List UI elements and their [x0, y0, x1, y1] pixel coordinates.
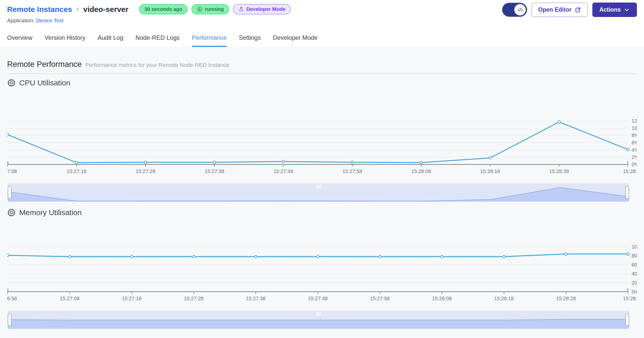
- cpu-chart-title: CPU Utilisation: [19, 79, 70, 87]
- svg-text:40mb: 40mb: [632, 271, 637, 276]
- svg-text:0mb: 0mb: [632, 289, 637, 294]
- memory-chart-title: Memory Utilisation: [19, 208, 82, 217]
- running-label: running: [205, 6, 224, 12]
- last-seen-label: 30 seconds ago: [144, 6, 182, 12]
- developer-mode-badge: Developer Mode: [233, 4, 291, 14]
- svg-text:15:27:38: 15:27:38: [246, 296, 266, 301]
- header-actions: Open Editor Actions: [502, 3, 637, 17]
- svg-text:15:27:58: 15:27:58: [342, 168, 362, 174]
- svg-text:60mb: 60mb: [632, 262, 637, 268]
- section-header: Remote Performance Performance metrics f…: [7, 47, 637, 69]
- cpu-chart-zoom-slider[interactable]: [8, 183, 629, 202]
- application-label: Application:: [7, 17, 35, 23]
- svg-text:12%: 12%: [632, 118, 637, 124]
- application-link[interactable]: Device Test: [36, 17, 63, 23]
- tab-audit-log[interactable]: Audit Log: [97, 34, 123, 47]
- memory-utilisation-chart: 100mb80mb60mb40mb20mb0mb6:5815:27:0815:2…: [7, 217, 637, 303]
- svg-text:15:27:38: 15:27:38: [205, 168, 224, 174]
- page-header: Remote Instances video-server 30 seconds…: [0, 0, 644, 25]
- external-link-icon: [575, 7, 581, 13]
- tab-node-red-logs[interactable]: Node-RED Logs: [135, 34, 180, 47]
- memory-section-heading: Memory Utilisation: [7, 208, 637, 217]
- svg-text:15:27:48: 15:27:48: [274, 168, 293, 174]
- chevron-right-icon: [75, 6, 81, 12]
- tab-settings[interactable]: Settings: [239, 34, 261, 47]
- page-title: Remote Performance: [7, 60, 82, 69]
- open-editor-button[interactable]: Open Editor: [532, 3, 588, 17]
- svg-text:2%: 2%: [632, 154, 637, 160]
- play-circle-icon: [197, 6, 203, 12]
- tab-overview[interactable]: Overview: [7, 34, 32, 47]
- svg-text:4%: 4%: [632, 147, 637, 153]
- developer-mode-label: Developer Mode: [246, 6, 285, 12]
- svg-text:15:27:48: 15:27:48: [308, 296, 328, 301]
- tab-developer-mode[interactable]: Developer Mode: [273, 34, 318, 47]
- performance-panel: Remote Performance Performance metrics f…: [0, 47, 644, 338]
- actions-button[interactable]: Actions: [592, 3, 637, 17]
- open-editor-label: Open Editor: [538, 6, 572, 13]
- svg-text:100mb: 100mb: [632, 244, 637, 250]
- svg-text:15:27:18: 15:27:18: [122, 296, 142, 301]
- svg-text:7:08: 7:08: [7, 168, 17, 174]
- divider: [7, 73, 637, 74]
- instance-name: video-server: [83, 5, 128, 14]
- instance-tabs: OverviewVersion HistoryAudit LogNode-RED…: [0, 25, 644, 47]
- svg-text:15:28:18: 15:28:18: [494, 296, 514, 301]
- svg-text:20mb: 20mb: [632, 280, 637, 286]
- breadcrumb-parent-link[interactable]: Remote Instances: [7, 5, 72, 14]
- status-badges: 30 seconds ago running Developer Mode: [139, 4, 291, 14]
- svg-text:8%: 8%: [632, 133, 637, 138]
- svg-text:15:28:18: 15:28:18: [480, 168, 500, 174]
- tab-version-history[interactable]: Version History: [45, 34, 85, 47]
- page-subtitle: Performance metrics for your Remote Node…: [85, 62, 229, 68]
- svg-text:15:27:18: 15:27:18: [67, 168, 86, 174]
- svg-text:15:28:28: 15:28:28: [549, 168, 569, 174]
- application-row: Application: Device Test: [7, 17, 637, 24]
- svg-text:15:27:28: 15:27:28: [136, 168, 155, 174]
- last-seen-badge: 30 seconds ago: [139, 4, 188, 14]
- svg-text:15:28:08: 15:28:08: [432, 296, 452, 301]
- svg-text:6:58: 6:58: [7, 296, 17, 301]
- svg-text:15:28:38: 15:28:38: [623, 168, 637, 174]
- tab-performance[interactable]: Performance: [192, 34, 227, 47]
- svg-text:0%: 0%: [632, 162, 637, 167]
- actions-label: Actions: [599, 6, 621, 13]
- beaker-icon: [238, 6, 244, 12]
- cpu-utilisation-chart: 12%10%8%6%4%2%0%7:0815:27:1815:27:2815:2…: [7, 87, 637, 176]
- svg-text:10%: 10%: [632, 125, 637, 131]
- svg-text:15:27:58: 15:27:58: [370, 296, 390, 301]
- svg-text:15:27:08: 15:27:08: [60, 296, 80, 301]
- editor-availability-toggle[interactable]: [502, 3, 527, 17]
- cpu-section-heading: CPU Utilisation: [7, 79, 637, 87]
- svg-text:15:28:28: 15:28:28: [556, 296, 576, 301]
- code-icon: [514, 4, 526, 15]
- svg-text:15:28:08: 15:28:08: [411, 168, 431, 174]
- memory-chip-icon: [7, 208, 16, 217]
- svg-text:80mb: 80mb: [632, 253, 637, 258]
- running-badge: running: [191, 4, 229, 14]
- memory-chart-zoom-slider[interactable]: [8, 311, 629, 329]
- svg-text:15:27:28: 15:27:28: [184, 296, 204, 301]
- svg-text:15:28:38: 15:28:38: [623, 296, 637, 301]
- svg-text:6%: 6%: [632, 140, 637, 145]
- chevron-down-icon: [624, 7, 630, 13]
- cpu-chip-icon: [7, 79, 16, 87]
